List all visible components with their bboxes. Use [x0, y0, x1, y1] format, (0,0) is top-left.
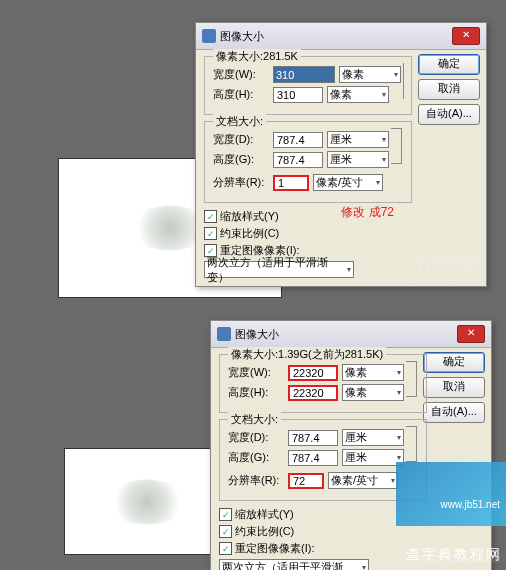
res-unit[interactable]: 像素/英寸▾ [328, 472, 398, 489]
titlebar[interactable]: 图像大小 ✕ [211, 321, 491, 348]
link-icon[interactable] [403, 63, 404, 99]
dialog-title: 图像大小 [235, 327, 279, 342]
chevron-down-icon: ▾ [362, 563, 366, 570]
doc-width-input[interactable] [273, 132, 323, 148]
res-label: 分辨率(R): [213, 175, 269, 190]
chevron-down-icon: ▾ [397, 368, 401, 377]
doc-height-input[interactable] [273, 152, 323, 168]
width-label: 宽度(W): [213, 67, 269, 82]
chevron-down-icon: ▾ [382, 155, 386, 164]
auto-button[interactable]: 自动(A)... [423, 402, 485, 423]
doc-height-label: 高度(G): [228, 450, 284, 465]
pixel-dim-legend: 像素大小:1.39G(之前为281.5K) [228, 347, 386, 362]
constrain-checkbox[interactable]: ✓约束比例(C) [204, 226, 478, 241]
link-icon[interactable] [391, 128, 402, 164]
cancel-button[interactable]: 取消 [423, 377, 485, 398]
watermark-url2: jiaocheng.chazidian.com [390, 553, 500, 564]
pixel-height-input[interactable] [273, 87, 323, 103]
doc-width-label: 宽度(D): [213, 132, 269, 147]
chevron-down-icon: ▾ [394, 70, 398, 79]
chevron-down-icon: ▾ [397, 388, 401, 397]
chevron-down-icon: ▾ [397, 433, 401, 442]
watermark-ribbon [396, 462, 506, 526]
chevron-down-icon: ▾ [382, 135, 386, 144]
close-icon[interactable]: ✕ [452, 27, 480, 45]
watermark-site: www.jb51.net [441, 499, 500, 510]
ok-button[interactable]: 确定 [418, 54, 480, 75]
dialog-title: 图像大小 [220, 29, 264, 44]
chevron-down-icon: ▾ [391, 476, 395, 485]
doc-height-input[interactable] [288, 450, 338, 466]
constrain-checkbox[interactable]: ✓约束比例(C) [219, 524, 483, 539]
close-icon[interactable]: ✕ [457, 325, 485, 343]
pixel-width-input[interactable] [273, 66, 335, 83]
app-icon [217, 327, 231, 341]
chevron-down-icon: ▾ [397, 453, 401, 462]
pixel-height-unit[interactable]: 像素▾ [327, 86, 389, 103]
app-icon [202, 29, 216, 43]
doc-size-legend: 文档大小: [228, 412, 281, 427]
doc-size-legend: 文档大小: [213, 114, 266, 129]
chevron-down-icon: ▾ [376, 178, 380, 187]
chevron-down-icon: ▾ [382, 90, 386, 99]
link-icon[interactable] [406, 426, 417, 462]
doc-height-unit[interactable]: 厘米▾ [327, 151, 389, 168]
doc-width-unit[interactable]: 厘米▾ [327, 131, 389, 148]
doc-width-input[interactable] [288, 430, 338, 446]
pixel-dim-legend: 像素大小:281.5K [213, 49, 301, 64]
doc-height-label: 高度(G): [213, 152, 269, 167]
pixel-width-input[interactable] [288, 365, 338, 381]
titlebar[interactable]: 图像大小 ✕ [196, 23, 486, 50]
resolution-input[interactable] [288, 473, 324, 489]
doc-height-unit[interactable]: 厘米▾ [342, 449, 404, 466]
resample-method-select[interactable]: 两次立方（适用于平滑渐变）▾ [204, 261, 354, 278]
cancel-button[interactable]: 取消 [418, 79, 480, 100]
height-label: 高度(H): [228, 385, 284, 400]
res-unit[interactable]: 像素/英寸▾ [313, 174, 383, 191]
annotation: 修改 成72 [341, 206, 394, 218]
image-size-dialog-1: 图像大小 ✕ 确定 取消 自动(A)... 像素大小:281.5K 宽度(W):… [195, 22, 487, 287]
pixel-height-unit[interactable]: 像素▾ [342, 384, 404, 401]
canvas-2 [64, 448, 230, 555]
pixel-height-input[interactable] [288, 385, 338, 401]
chevron-down-icon: ▾ [347, 265, 351, 274]
resample-method-select[interactable]: 两次立方（适用于平滑渐▾ [219, 559, 369, 570]
image-size-dialog-2: 图像大小 ✕ 确定 取消 自动(A)... 像素大小:1.39G(之前为281.… [210, 320, 492, 570]
width-label: 宽度(W): [228, 365, 284, 380]
watermark-url: jingyan.baidu.com [399, 272, 480, 283]
doc-width-unit[interactable]: 厘米▾ [342, 429, 404, 446]
auto-button[interactable]: 自动(A)... [418, 104, 480, 125]
resolution-input[interactable] [273, 175, 309, 191]
link-icon[interactable] [406, 361, 417, 397]
res-label: 分辨率(R): [228, 473, 284, 488]
height-label: 高度(H): [213, 87, 269, 102]
ok-button[interactable]: 确定 [423, 352, 485, 373]
pixel-width-unit[interactable]: 像素▾ [342, 364, 404, 381]
doc-width-label: 宽度(D): [228, 430, 284, 445]
pixel-width-unit[interactable]: 像素▾ [339, 66, 401, 83]
image-preview [107, 479, 187, 524]
